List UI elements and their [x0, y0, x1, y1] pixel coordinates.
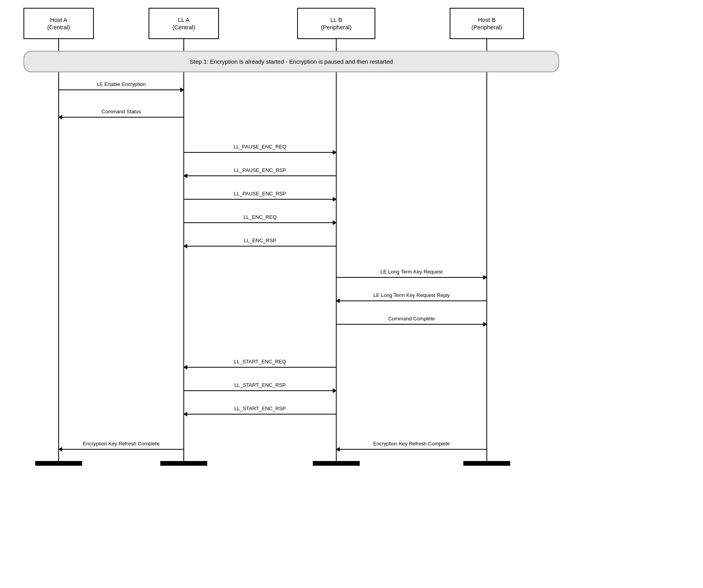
message-label-msg1: LE Enable Encryption	[59, 81, 184, 87]
message-label-msg7: LL_ENC_RSP	[184, 238, 336, 243]
actor-llB: LL B(Peripheral)	[297, 8, 375, 39]
message-label-msg10: Command Complete	[336, 316, 487, 322]
lifeline-llA	[183, 39, 184, 461]
message-label-msg9: LE Long Term Key Request Reply	[336, 292, 487, 298]
actor-hostA: Host A(Central)	[23, 8, 94, 39]
arrow-msg2	[59, 117, 184, 118]
message-label-msg13: LL_START_ENC_RSP	[184, 406, 336, 411]
arrow-msg7	[184, 246, 336, 247]
arrow-msg11	[184, 367, 336, 368]
arrow-msg4	[184, 175, 336, 176]
arrow-msg1	[59, 89, 184, 90]
step-banner: Step 1: Encryption is already started - …	[23, 51, 559, 72]
message-label-msg5: LL_PAUSE_ENC_RSP	[184, 191, 336, 197]
arrow-msg9	[336, 300, 487, 301]
actor-bottom-llB	[313, 461, 360, 466]
message-label-msg15: Encryption Key Refresh Complete	[336, 441, 487, 447]
message-label-msg8: LE Long Term Key Request	[336, 269, 487, 275]
arrow-msg5	[184, 199, 336, 200]
arrow-msg12	[184, 390, 336, 391]
arrow-msg6	[184, 222, 336, 223]
arrow-msg15	[336, 449, 487, 450]
lifeline-hostB	[486, 39, 487, 461]
actor-hostB: Host B(Peripheral)	[450, 8, 524, 39]
message-label-msg2: Command Status	[59, 109, 184, 114]
arrow-msg10	[336, 324, 487, 325]
lifeline-llB	[336, 39, 337, 461]
message-label-msg11: LL_START_ENC_REQ	[184, 359, 336, 365]
lifeline-hostA	[58, 39, 59, 461]
actor-bottom-hostA	[35, 461, 82, 466]
actor-bottom-hostB	[463, 461, 510, 466]
arrow-msg13	[184, 414, 336, 415]
arrow-msg8	[336, 277, 487, 278]
message-label-msg3: LL_PAUSE_ENC_REQ	[184, 144, 336, 150]
actor-llA: LL A(Central)	[149, 8, 219, 39]
sequence-diagram: Host A(Central)LL A(Central)LL B(Periphe…	[0, 0, 703, 588]
message-label-msg4: LL_PAUSE_ENC_RSP	[184, 167, 336, 173]
arrow-msg14	[59, 449, 184, 450]
message-label-msg6: LL_ENC_REQ	[184, 214, 336, 220]
arrow-msg3	[184, 152, 336, 153]
message-label-msg12: LL_START_ENC_RSP	[184, 382, 336, 388]
message-label-msg14: Encryption Key Refresh Complete	[59, 441, 184, 447]
actor-bottom-llA	[160, 461, 207, 466]
